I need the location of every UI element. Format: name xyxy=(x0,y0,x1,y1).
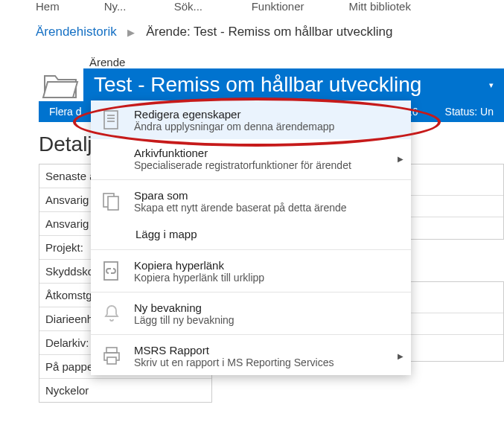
context-menu: Redigera egenskaper Ändra upplysningar o… xyxy=(91,100,411,375)
nav-home[interactable]: Hem xyxy=(36,0,60,13)
submenu-indicator-icon: ▶ xyxy=(398,352,403,360)
menu-archive-functions[interactable]: Arkivfunktioner Specialiserade registrat… xyxy=(91,139,411,178)
svg-rect-9 xyxy=(107,357,116,364)
arende-small-label: Ärende xyxy=(0,42,504,68)
menu-title: Arkivfunktioner xyxy=(134,147,403,159)
svg-rect-7 xyxy=(106,348,117,353)
top-nav: Hem Ny... Sök... Funktioner Mitt bibliot… xyxy=(0,0,504,19)
link-icon xyxy=(98,258,125,284)
detail-row: Nyckelor xyxy=(39,379,211,402)
submenu-indicator-icon: ▶ xyxy=(398,155,403,163)
arende-title-bar[interactable]: Test - Remiss om hållbar utveckling ▾ xyxy=(83,68,504,101)
menu-edit-properties[interactable]: Redigera egenskaper Ändra upplysningar o… xyxy=(91,100,411,139)
menu-separator xyxy=(91,179,411,180)
menu-title: Redigera egenskaper xyxy=(134,108,403,121)
menu-desc: Skapa ett nytt ärende baserat på detta ä… xyxy=(134,202,403,214)
menu-desc: Lägg till ny bevakning xyxy=(134,314,403,326)
menu-new-watch[interactable]: Ny bevakning Lägg till ny bevakning xyxy=(91,294,411,333)
info-more[interactable]: Flera d xyxy=(49,106,82,118)
breadcrumb-separator-icon: ▶ xyxy=(127,27,135,38)
menu-add-to-folder[interactable]: Lägg i mapp xyxy=(91,220,411,248)
menu-separator xyxy=(91,292,411,292)
menu-title: Lägg i mapp xyxy=(135,228,403,240)
menu-title: MSRS Rapport xyxy=(134,344,403,357)
menu-save-as[interactable]: Spara som Skapa ett nytt ärende baserat … xyxy=(91,182,411,220)
nav-mylib[interactable]: Mitt bibliotek xyxy=(349,0,411,13)
nav-functions[interactable]: Funktioner xyxy=(252,0,304,13)
bell-icon xyxy=(98,300,125,327)
breadcrumb: Ärendehistorik ▶ Ärende: Test - Remiss o… xyxy=(0,19,504,42)
document-edit-icon xyxy=(98,106,125,133)
menu-desc: Specialiserade registratorfunktioner för… xyxy=(134,159,403,171)
breadcrumb-current: Ärende: Test - Remiss om hållbar utveckl… xyxy=(146,25,392,39)
folder-open-icon xyxy=(39,68,83,101)
menu-title: Spara som xyxy=(134,189,403,202)
menu-msrs-report[interactable]: MSRS Rapport Skriv ut en rapport i MS Re… xyxy=(91,336,411,375)
menu-title: Kopiera hyperlänk xyxy=(134,259,403,272)
menu-separator xyxy=(91,249,411,250)
menu-desc: Kopiera hyperlänk till urklipp xyxy=(134,272,403,284)
printer-icon xyxy=(98,342,125,369)
menu-desc: Ändra upplysningar om denna ärendemapp xyxy=(134,121,403,132)
menu-desc: Skriv ut en rapport i MS Reporting Servi… xyxy=(134,357,403,368)
copy-document-icon xyxy=(98,188,125,214)
menu-title: Ny bevakning xyxy=(134,301,403,314)
nav-search[interactable]: Sök... xyxy=(174,0,207,13)
menu-copy-hyperlink[interactable]: Kopiera hyperlänk Kopiera hyperlänk till… xyxy=(91,252,411,290)
arende-title: Test - Remiss om hållbar utveckling xyxy=(94,73,421,97)
info-status: Status: Un xyxy=(445,106,494,118)
nav-new[interactable]: Ny... xyxy=(104,0,130,13)
svg-rect-0 xyxy=(104,111,118,129)
svg-rect-5 xyxy=(108,196,118,210)
menu-separator xyxy=(91,334,411,335)
chevron-down-icon[interactable]: ▾ xyxy=(489,80,494,90)
breadcrumb-history[interactable]: Ärendehistorik xyxy=(36,25,117,39)
